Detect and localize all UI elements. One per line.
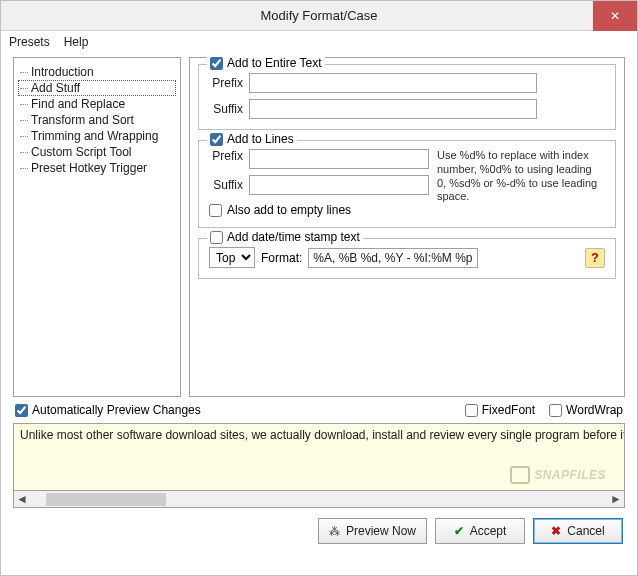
select-date-position[interactable]: Top	[209, 247, 255, 268]
checkbox-lines[interactable]	[210, 133, 223, 146]
input-entire-prefix[interactable]	[249, 73, 537, 93]
checkbox-fixed-font[interactable]	[465, 404, 478, 417]
preview-now-button[interactable]: ⁂ Preview Now	[318, 518, 427, 544]
input-date-format[interactable]	[308, 248, 478, 268]
checkbox-empty-lines[interactable]	[209, 204, 222, 217]
check-add-entire-text[interactable]: Add to Entire Text	[207, 56, 325, 70]
check-fixed-font[interactable]: FixedFont	[465, 403, 535, 417]
tree-item-custom-script[interactable]: Custom Script Tool	[18, 144, 176, 160]
checkbox-date-stamp[interactable]	[210, 231, 223, 244]
scroll-left-icon[interactable]: ◄	[14, 492, 30, 507]
group-add-entire-text: Add to Entire Text Prefix Suffix	[198, 64, 616, 130]
cancel-button[interactable]: ✖ Cancel	[533, 518, 623, 544]
preview-text: Unlike most other software download site…	[20, 428, 625, 442]
watermark-logo-icon	[510, 466, 530, 484]
tree-item-hotkey-trigger[interactable]: Preset Hotkey Trigger	[18, 160, 176, 176]
menu-help[interactable]: Help	[64, 35, 89, 49]
scroll-right-icon[interactable]: ►	[608, 492, 624, 507]
tree-item-add-stuff[interactable]: Add Stuff	[18, 80, 176, 96]
tree-item-introduction[interactable]: Introduction	[18, 64, 176, 80]
label-format: Format:	[261, 251, 302, 265]
menubar: Presets Help	[1, 31, 637, 53]
preview-scrollbar[interactable]: ◄ ►	[13, 491, 625, 508]
checkbox-auto-preview[interactable]	[15, 404, 28, 417]
input-lines-prefix[interactable]	[249, 149, 429, 169]
input-lines-suffix[interactable]	[249, 175, 429, 195]
upper-row: Introduction Add Stuff Find and Replace …	[13, 57, 625, 397]
tree-item-find-replace[interactable]: Find and Replace	[18, 96, 176, 112]
label-entire-prefix: Prefix	[209, 76, 243, 90]
close-button[interactable]: ✕	[593, 1, 637, 31]
group-add-lines: Add to Lines Prefix Use %d% to replace w…	[198, 140, 616, 228]
watermark: SNAPFILES	[510, 466, 606, 484]
tree-item-trimming-wrapping[interactable]: Trimming and Wrapping	[18, 128, 176, 144]
content-area: Introduction Add Stuff Find and Replace …	[1, 53, 637, 575]
preview-pane: Unlike most other software download site…	[13, 423, 625, 491]
lines-hint: Use %d% to replace with index number, %0…	[431, 149, 601, 204]
label-entire-suffix: Suffix	[209, 102, 243, 116]
x-icon: ✖	[551, 524, 561, 538]
window-title: Modify Format/Case	[260, 8, 377, 23]
menu-presets[interactable]: Presets	[9, 35, 50, 49]
tree-item-transform-sort[interactable]: Transform and Sort	[18, 112, 176, 128]
group-date-stamp: Add date/time stamp text Top Format: ?	[198, 238, 616, 279]
close-icon: ✕	[610, 9, 620, 23]
titlebar: Modify Format/Case ✕	[1, 1, 637, 31]
check-auto-preview[interactable]: Automatically Preview Changes	[15, 403, 201, 417]
preset-tree: Introduction Add Stuff Find and Replace …	[13, 57, 181, 397]
scroll-thumb[interactable]	[46, 493, 166, 506]
check-date-stamp[interactable]: Add date/time stamp text	[207, 230, 363, 244]
options-row: Automatically Preview Changes FixedFont …	[13, 397, 625, 423]
preview-icon: ⁂	[329, 525, 340, 538]
label-lines-prefix: Prefix	[209, 149, 243, 163]
accept-button[interactable]: ✔ Accept	[435, 518, 525, 544]
dialog-window: Modify Format/Case ✕ Presets Help Introd…	[0, 0, 638, 576]
check-icon: ✔	[454, 524, 464, 538]
help-icon[interactable]: ?	[585, 248, 605, 268]
check-add-lines[interactable]: Add to Lines	[207, 132, 297, 146]
check-word-wrap[interactable]: WordWrap	[549, 403, 623, 417]
checkbox-word-wrap[interactable]	[549, 404, 562, 417]
settings-panel: Add to Entire Text Prefix Suffix Add to	[189, 57, 625, 397]
check-empty-lines[interactable]: Also add to empty lines	[209, 203, 605, 217]
checkbox-entire[interactable]	[210, 57, 223, 70]
input-entire-suffix[interactable]	[249, 99, 537, 119]
button-row: ⁂ Preview Now ✔ Accept ✖ Cancel	[13, 508, 625, 544]
label-lines-suffix: Suffix	[209, 178, 243, 192]
